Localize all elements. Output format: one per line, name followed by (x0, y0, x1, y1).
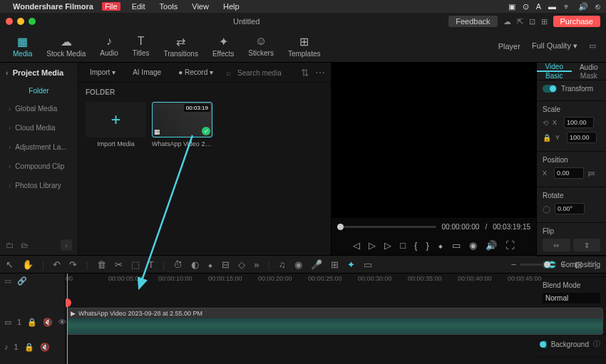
sidebar-folder[interactable]: Folder (0, 83, 78, 99)
import-media-card[interactable]: + Import Media (86, 102, 146, 147)
playhead[interactable] (67, 274, 68, 364)
timeline-clip[interactable]: ▶WhatsApp Video 2023-09-28 at 2.55.00 PM (67, 308, 603, 335)
pos-x-input[interactable] (554, 167, 584, 179)
folder-icon[interactable]: 🗁 (21, 241, 29, 249)
new-folder-icon[interactable]: 🗀 (6, 241, 14, 249)
mark-in-button[interactable]: { (414, 240, 417, 251)
render-button[interactable]: ▭ (364, 259, 372, 270)
menu-help[interactable]: Help (220, 2, 242, 11)
lock-icon[interactable]: 🔒 (543, 134, 551, 142)
seek-bar[interactable] (337, 226, 436, 228)
feedback-button[interactable]: Feedback (448, 16, 497, 27)
sidebar-global-media[interactable]: Global Media (0, 99, 78, 118)
maximize-window-button[interactable] (29, 18, 36, 25)
noise-button[interactable]: ◉ (294, 259, 302, 270)
adjust-button[interactable]: ⊞ (331, 259, 339, 270)
detach-button[interactable]: ⊟ (222, 259, 230, 270)
volume-button[interactable]: 🔊 (486, 240, 497, 251)
display-button[interactable]: ▭ (452, 240, 461, 251)
filter-icon[interactable]: ⇅ (301, 67, 309, 78)
export-icon[interactable]: ⇱ (517, 17, 523, 26)
lock-track-icon[interactable]: 🔒 (27, 318, 37, 327)
rotate-input[interactable] (555, 203, 585, 214)
video-track[interactable]: ▶WhatsApp Video 2023-09-28 at 2.55.00 PM (66, 308, 606, 336)
flip-horizontal-button[interactable]: ⇔ (543, 239, 570, 251)
sidebar-header[interactable]: Project Media (0, 63, 78, 83)
tab-stickers[interactable]: ☺Stickers (242, 32, 279, 60)
voice-button[interactable]: 🎤 (311, 259, 322, 270)
prop-tab-video[interactable]: Video (537, 63, 572, 72)
close-window-button[interactable] (6, 18, 13, 25)
status-sound-icon[interactable]: 🔊 (578, 2, 588, 11)
sidebar-compound-clip[interactable]: Compound Clip (0, 157, 78, 176)
menu-view[interactable]: View (189, 2, 212, 11)
flip-vertical-button[interactable]: ⇕ (573, 239, 601, 251)
seek-knob[interactable] (337, 224, 344, 230)
video-clip-card[interactable]: 00:03:19 ▦ ✓ WhatsApp Video 202... (152, 102, 212, 147)
menu-file[interactable]: File (102, 2, 120, 11)
more-icon[interactable]: ⋯ (315, 67, 325, 78)
tab-stock-media[interactable]: ☁Stock Media (41, 32, 91, 61)
status-a-icon[interactable]: A (536, 2, 541, 11)
collapse-sidebar-button[interactable]: ‹ (61, 239, 72, 251)
zoom-in-button[interactable]: + (560, 259, 566, 270)
next-frame-button[interactable]: ▷ (384, 240, 391, 251)
prop-subtab-mask[interactable]: Mask (572, 72, 607, 80)
mute-track-icon[interactable]: 🔇 (43, 318, 53, 327)
menu-edit[interactable]: Edit (129, 2, 148, 11)
mix-button[interactable]: ♫ (279, 259, 286, 270)
timeline-settings-button[interactable]: ⋮ (591, 259, 600, 270)
status-play-icon[interactable]: ⊙ (523, 2, 529, 11)
status-control-icon[interactable]: ⎋ (595, 2, 600, 11)
fullscreen-button[interactable]: ⛶ (505, 240, 515, 251)
mark-out-button[interactable]: } (426, 240, 428, 251)
status-wifi-icon[interactable]: ᯤ (563, 2, 571, 11)
grid-icon[interactable]: ⊞ (541, 17, 548, 26)
cloud-icon[interactable]: ☁ (503, 17, 511, 26)
toggle-track-icon[interactable]: ▭ (4, 276, 11, 286)
quality-select[interactable]: Full Quality ▾ (532, 41, 577, 51)
rotate-dial-icon[interactable]: ◯ (543, 205, 550, 213)
prop-tab-audio[interactable]: Audio (572, 63, 607, 72)
play-button[interactable]: ▷ (369, 240, 376, 251)
sidebar-cloud-media[interactable]: Cloud Media (0, 118, 78, 137)
transform-toggle[interactable] (543, 85, 557, 93)
keyframe-button[interactable]: ⬥ (207, 259, 213, 270)
audio-track-header[interactable]: ♪ 1 🔒 🔇 (0, 336, 65, 358)
share-icon[interactable]: ⊡ (529, 17, 535, 26)
color-button[interactable]: ◐ (191, 259, 199, 270)
timeline-tracks[interactable]: 00 00:00:05:00 00:00:10:00 00:00:15:00 0… (66, 274, 606, 364)
ai-image-button[interactable]: AI Image (127, 66, 167, 78)
snapshot-button[interactable]: ◉ (469, 240, 477, 251)
zoom-out-button[interactable]: − (511, 259, 517, 270)
stop-button[interactable]: □ (400, 240, 406, 251)
link-icon[interactable]: ⟲ (543, 119, 548, 127)
search-input[interactable] (225, 69, 295, 77)
delete-button[interactable]: 🗑 (97, 259, 106, 270)
preview-canvas[interactable] (332, 63, 536, 218)
purchase-button[interactable]: Purchase (553, 16, 600, 27)
zoom-slider[interactable] (520, 264, 556, 266)
tab-titles[interactable]: TTitles (127, 32, 155, 60)
scale-y-input[interactable] (567, 132, 597, 143)
tab-audio[interactable]: ♪Audio (94, 32, 124, 60)
tab-transitions[interactable]: ⇄Transitions (158, 32, 204, 61)
canvas-settings-icon[interactable]: ▭ (589, 41, 596, 51)
scale-x-input[interactable] (564, 117, 594, 128)
tab-effects[interactable]: ✦Effects (207, 32, 240, 61)
sidebar-adjustment-layer[interactable]: Adjustment La... (0, 137, 78, 157)
marker-tool-button[interactable]: ◇ (238, 259, 245, 270)
video-track-header[interactable]: ▭ 1 🔒 🔇 👁 (0, 308, 65, 336)
prev-frame-button[interactable]: ◁ (353, 240, 360, 251)
link-track-icon[interactable]: 🔗 (17, 276, 27, 286)
record-button[interactable]: ● Record ▾ (173, 66, 219, 78)
undo-button[interactable]: ↶ (53, 259, 61, 270)
text-button[interactable]: T (148, 259, 154, 270)
prop-subtab-basic[interactable]: Basic (537, 72, 572, 80)
import-button[interactable]: Import ▾ (84, 66, 121, 78)
timeline-ruler[interactable]: 00 00:00:05:00 00:00:10:00 00:00:15:00 0… (66, 274, 606, 288)
mute-audio-icon[interactable]: 🔇 (40, 343, 50, 352)
ai-tools-button[interactable]: ✦ (347, 259, 355, 270)
hand-tool-icon[interactable]: ✋ (22, 259, 34, 270)
lock-audio-icon[interactable]: 🔒 (24, 343, 34, 352)
